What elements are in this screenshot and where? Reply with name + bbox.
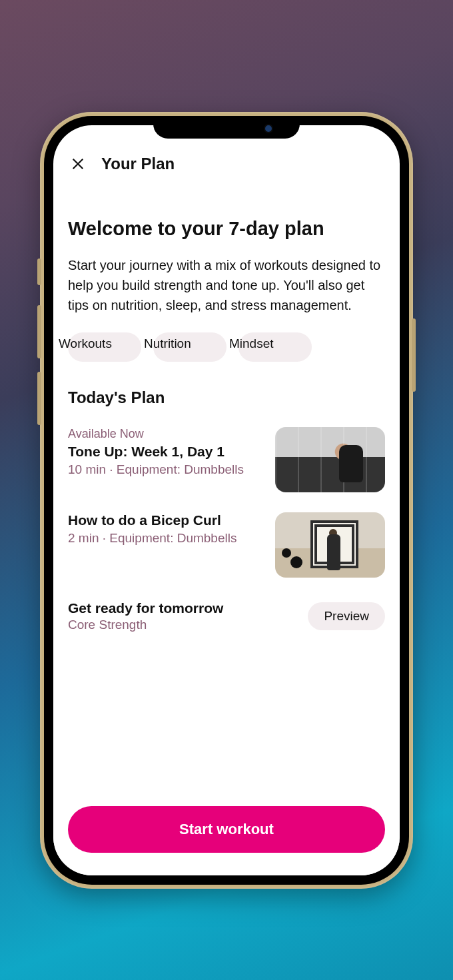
phone-side-button xyxy=(37,258,41,285)
plan-thumbnail xyxy=(275,427,385,492)
phone-bezel: Your Plan Welcome to your 7-day plan Sta… xyxy=(44,116,409,885)
phone-notch xyxy=(153,116,300,139)
scroll-content[interactable]: Welcome to your 7-day plan Start your jo… xyxy=(53,180,400,875)
tomorrow-row: Get ready for tomorrow Core Strength Pre… xyxy=(68,600,385,632)
chip-workouts[interactable]: Workouts xyxy=(68,332,141,362)
category-chips: Workouts Nutrition Mindset xyxy=(68,332,385,362)
start-workout-button[interactable]: Start workout xyxy=(68,806,385,853)
phone-side-button xyxy=(37,305,41,358)
plan-item-text: Available Now Tone Up: Week 1, Day 1 10 … xyxy=(68,427,263,477)
close-icon[interactable] xyxy=(69,155,87,173)
chip-nutrition[interactable]: Nutrition xyxy=(153,332,226,362)
plan-item-tone-up[interactable]: Available Now Tone Up: Week 1, Day 1 10 … xyxy=(68,427,385,492)
chip-label: Nutrition xyxy=(144,336,197,352)
welcome-heading: Welcome to your 7-day plan xyxy=(68,217,385,241)
plan-item-text: How to do a Bicep Curl 2 min · Equipment… xyxy=(68,512,263,546)
tomorrow-subtitle: Core Strength xyxy=(68,618,223,632)
cta-bar: Start workout xyxy=(53,806,400,875)
plan-meta: 10 min · Equipment: Dumbbells xyxy=(68,462,263,477)
tomorrow-title: Get ready for tomorrow xyxy=(68,600,223,616)
app-screen: Your Plan Welcome to your 7-day plan Sta… xyxy=(53,125,400,875)
chip-label: Mindset xyxy=(229,336,282,352)
preview-button[interactable]: Preview xyxy=(308,602,385,630)
chip-label: Workouts xyxy=(59,336,112,352)
plan-title: How to do a Bicep Curl xyxy=(68,512,263,528)
tomorrow-text: Get ready for tomorrow Core Strength xyxy=(68,600,223,632)
welcome-body: Start your journey with a mix of workout… xyxy=(68,255,385,315)
phone-side-button xyxy=(37,372,41,425)
page-title: Your Plan xyxy=(101,155,175,173)
plan-meta: 2 min · Equipment: Dumbbells xyxy=(68,531,263,546)
plan-item-bicep-curl[interactable]: How to do a Bicep Curl 2 min · Equipment… xyxy=(68,512,385,578)
plan-eyebrow: Available Now xyxy=(68,427,263,441)
chip-mindset[interactable]: Mindset xyxy=(238,332,312,362)
plan-thumbnail xyxy=(275,512,385,578)
phone-side-button xyxy=(412,318,416,392)
phone-frame: Your Plan Welcome to your 7-day plan Sta… xyxy=(40,112,413,889)
todays-plan-heading: Today's Plan xyxy=(68,388,385,407)
plan-title: Tone Up: Week 1, Day 1 xyxy=(68,444,263,460)
